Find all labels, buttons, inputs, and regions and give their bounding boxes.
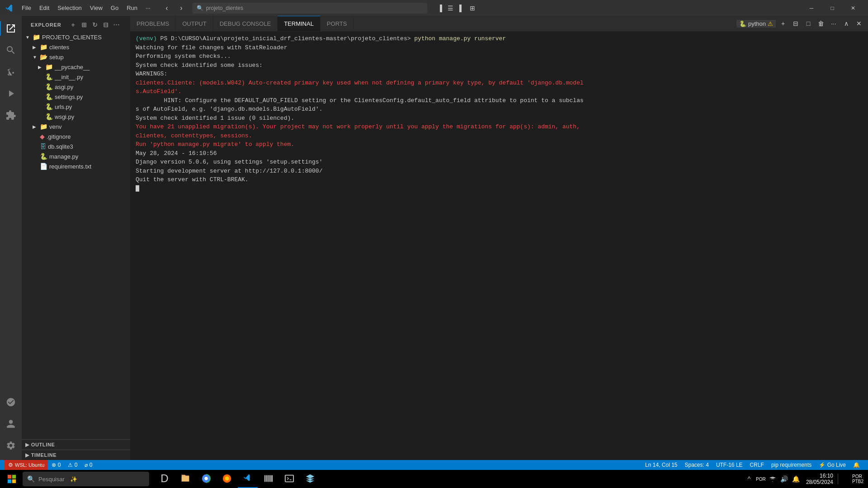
svg-rect-9 [266,475,266,482]
tree-folder-clientes[interactable]: ▶ 📁 clientes [22,42,130,52]
new-terminal-button[interactable]: + [778,18,788,29]
taskbar-app-terminal[interactable] [279,470,299,488]
menu-more[interactable]: ··· [142,3,154,13]
activity-search[interactable] [0,39,22,61]
tray-notification[interactable]: 🔔 [791,474,802,484]
nav-back[interactable]: ‹ [160,3,173,14]
maximize-button[interactable]: □ [822,0,843,16]
new-file-button[interactable]: + [69,20,78,29]
start-button[interactable] [3,470,21,488]
status-remote[interactable]: ⚙ WSL: Ubuntu [5,460,48,470]
toggle-primary-sidebar[interactable]: ▐ [435,4,444,13]
show-desktop-button[interactable] [838,474,849,484]
refresh-button[interactable]: ↻ [90,20,99,29]
collapse-all-button[interactable]: ⊟ [101,20,110,29]
activity-accounts[interactable] [0,413,22,435]
taskbar-app-explorer[interactable] [175,470,195,488]
svg-rect-1 [12,475,16,479]
activity-explorer[interactable] [0,18,22,39]
status-line-ending[interactable]: CRLF [746,460,768,470]
svg-rect-8 [264,475,265,482]
activity-run-debug[interactable] [0,83,22,104]
keyboard-layout[interactable]: POR PTB2 [850,474,865,484]
taskbar-app-vscode[interactable] [238,470,258,488]
sidebar: EXPLORER + ⊞ ↻ ⊟ ··· ▼ 📁 PROJETO_CLIENTE… [22,16,130,460]
panel-toggle-button[interactable]: □ [803,18,814,29]
split-terminal-button[interactable]: ⊟ [790,18,801,29]
close-button[interactable]: ✕ [843,0,863,16]
outline-header[interactable]: ▶ OUTLINE [22,440,130,450]
taskbar-app-chrome[interactable] [196,470,216,488]
activity-remote[interactable] [0,391,22,413]
tree-root-project[interactable]: ▼ 📁 PROJETO_CLIENTES [22,32,130,42]
activity-source-control[interactable] [0,61,22,83]
more-actions-button[interactable]: ··· [112,20,121,29]
terminal-line: Django version 5.0.6, using settings 'se… [136,158,863,167]
taskbar-app-barcode[interactable] [259,470,278,488]
kill-terminal-button[interactable]: 🗑 [816,18,826,29]
timeline-header[interactable]: ▶ TIMELINE [22,450,130,460]
toggle-secondary-sidebar[interactable]: ▌ [457,4,466,13]
status-errors[interactable]: ⊗ 0 [48,460,64,470]
tree-file-asgi[interactable]: 🐍 asgi.py [22,82,130,92]
terminal-line: s.AutoField'. [136,87,863,96]
terminal-line: Watching for file changes with StatReloa… [136,43,863,52]
taskbar-app-disney[interactable]: D [155,470,175,488]
tree-file-urls[interactable]: 🐍 urls.py [22,102,130,112]
status-spaces[interactable]: Spaces: 4 [681,460,712,470]
status-bell[interactable]: 🔔 [849,460,863,470]
new-folder-button[interactable]: ⊞ [80,20,89,29]
menu-go[interactable]: Go [107,3,122,13]
tree-file-gitignore[interactable]: ◆ .gitignore [22,131,130,141]
panel-maximize-button[interactable]: ∧ [841,18,852,29]
minimize-button[interactable]: ─ [801,0,822,16]
search-bar[interactable]: 🔍 projeto_dientes [192,3,427,14]
terminal-line: s of AutoField, e.g. 'django.db.models.B… [136,105,863,114]
tree-folder-pycache[interactable]: ▶ 📁 __pycache__ [22,62,130,72]
menu-selection[interactable]: Selection [54,3,85,13]
tree-file-db[interactable]: 🗄 db.sqlite3 [22,141,130,151]
customize-layout[interactable]: ⊞ [468,4,477,13]
status-line-col[interactable]: Ln 14, Col 15 [642,460,681,470]
taskbar-app-settings[interactable] [300,470,320,488]
terminal-line: clientes.Cliente: (models.W042) Auto-cre… [136,79,863,88]
tab-debug-console[interactable]: DEBUG CONSOLE [213,16,278,31]
tree-file-init[interactable]: 🐍 __init__.py [22,72,130,82]
tree-file-settings[interactable]: 🐍 settings.py [22,92,130,102]
tree-folder-setup[interactable]: ▼ 📂 setup [22,52,130,62]
tab-ports[interactable]: PORTS [321,16,354,31]
status-language[interactable]: pip requirements [768,460,815,470]
terminal-output[interactable]: (venv) PS D:\CURSO\Alura\projeto_inicial… [130,32,868,460]
menu-view[interactable]: View [86,3,106,13]
terminal-line: (venv) PS D:\CURSO\Alura\projeto_inicial… [136,34,863,43]
terminal-more-button[interactable]: ··· [828,18,839,29]
title-bar: File Edit Selection View Go Run ··· ‹ › … [0,0,868,16]
terminal-area[interactable]: (venv) PS D:\CURSO\Alura\projeto_inicial… [130,32,868,460]
tree-folder-venv[interactable]: ▶ 📁 venv [22,122,130,131]
status-warnings[interactable]: ⚠ 0 [64,460,81,470]
tab-output[interactable]: OUTPUT [176,16,213,31]
taskbar-app-firefox[interactable] [217,470,237,488]
taskbar-clock[interactable]: 16:10 28/05/2024 [803,473,836,485]
menu-run[interactable]: Run [123,3,141,13]
tree-file-wsgi[interactable]: 🐍 wsgi.py [22,112,130,122]
tab-terminal[interactable]: TERMINAL [278,16,321,31]
status-encoding[interactable]: UTF-16 LE [712,460,746,470]
tree-file-requirements[interactable]: 📄 requirements.txt [22,161,130,171]
tree-file-manage[interactable]: 🐍 manage.py [22,151,130,161]
tray-volume[interactable]: 🔊 [779,474,790,484]
status-noProblems[interactable]: ⌀ 0 [81,460,96,470]
tab-problems[interactable]: PROBLEMS [130,16,176,31]
tray-keyboard[interactable]: POR [755,474,766,484]
menu-file[interactable]: File [18,3,35,13]
menu-edit[interactable]: Edit [36,3,53,13]
taskbar-search[interactable]: 🔍 Pesquisar ✨ [23,472,149,486]
activity-extensions[interactable] [0,104,22,126]
activity-settings[interactable] [0,435,22,456]
toggle-panel[interactable]: ☰ [446,4,455,13]
tray-network[interactable] [767,474,778,484]
tray-chevron[interactable]: ^ [744,474,755,484]
nav-forward[interactable]: › [175,3,188,14]
status-go-live[interactable]: ⚡ Go Live [815,460,849,470]
panel-close-button[interactable]: ✕ [854,18,864,29]
